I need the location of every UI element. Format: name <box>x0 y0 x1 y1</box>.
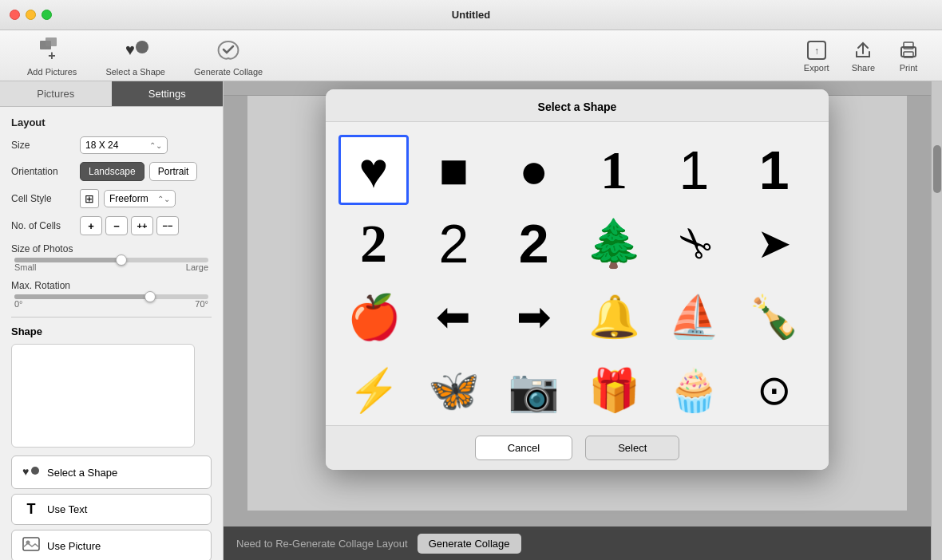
max-rotation-label: Max. Rotation <box>11 280 75 291</box>
main-layout: Pictures Settings Layout Size 18 X 24 ⌃⌄… <box>0 81 942 560</box>
export-icon: ↑ <box>805 39 828 61</box>
use-picture-button[interactable]: Use Picture <box>11 530 212 560</box>
stepper-group: + − ++ −− <box>80 216 179 235</box>
shape-cell-sailboat[interactable]: ⛵ <box>659 282 729 352</box>
size-select[interactable]: 18 X 24 ⌃⌄ <box>80 136 168 154</box>
shape-cell-cupcake[interactable]: 🧁 <box>659 355 729 425</box>
minimize-button[interactable] <box>26 10 36 20</box>
modal-header: Select a Shape <box>326 89 829 122</box>
export-button[interactable]: ↑ Export <box>794 39 839 73</box>
use-text-btn-icon: T <box>22 501 41 518</box>
shape-cell-bottle[interactable]: 🍾 <box>739 282 809 352</box>
shape-cell-lightning[interactable]: ⚡ <box>338 355 409 425</box>
rotation-slider-track[interactable] <box>14 294 208 299</box>
layout-title: Layout <box>11 116 212 128</box>
shape-title: Shape <box>11 325 212 337</box>
cells-increment-button[interactable]: + <box>80 216 102 235</box>
shape-icon-arrow-right: ➡ <box>517 293 552 341</box>
select-button[interactable]: Select <box>585 436 679 460</box>
size-large-label: Large <box>186 262 208 272</box>
shape-icon-apple-shape: 🍎 <box>347 292 401 342</box>
shape-cell-heart[interactable]: ♥ <box>338 135 409 205</box>
size-of-photos-row: Size of Photos Small Large <box>11 243 212 272</box>
cancel-button[interactable]: Cancel <box>475 436 572 460</box>
modal-overlay: Select a Shape ♥■●111222🌲✂➤🍎⬅➡🔔⛵🍾⚡🦋📷🎁🧁⊙ … <box>224 81 931 560</box>
shape-cell-one-thin[interactable]: 1 <box>659 135 729 205</box>
add-pictures-group[interactable]: + Add Pictures <box>13 35 91 77</box>
add-pictures-label: Add Pictures <box>27 67 77 77</box>
svg-rect-1 <box>46 37 57 46</box>
window-title: Untitled <box>452 9 490 21</box>
photos-slider-track[interactable] <box>14 258 208 262</box>
select-shape-button[interactable]: ♥ Select a Shape <box>11 455 212 489</box>
shape-icon-tree: 🌲 <box>585 216 643 270</box>
scrollbar-thumb[interactable] <box>933 145 941 193</box>
shape-cell-bell[interactable]: 🔔 <box>579 282 649 352</box>
shape-cell-circle[interactable]: ● <box>499 135 569 205</box>
cells-decrement-button[interactable]: − <box>105 216 128 235</box>
shape-cell-plane[interactable]: ➤ <box>739 208 809 278</box>
right-scrollbar[interactable] <box>931 81 942 560</box>
max-rotation-row: Max. Rotation 0° 70° <box>11 280 212 309</box>
size-chevron: ⌃⌄ <box>149 141 162 150</box>
tab-settings[interactable]: Settings <box>112 81 224 106</box>
portrait-button[interactable]: Portrait <box>149 162 198 181</box>
shape-icon-circle-outline: ⊙ <box>757 366 792 414</box>
cells-increment2-button[interactable]: ++ <box>131 216 153 235</box>
cell-style-chevron: ⌃⌄ <box>157 195 170 203</box>
print-icon <box>897 39 920 61</box>
orientation-row: Orientation Landscape Portrait <box>11 162 212 181</box>
svg-text:♥: ♥ <box>125 41 135 58</box>
shape-icon-two-bold: 2 <box>519 216 549 270</box>
shape-cell-butterfly[interactable]: 🦋 <box>418 355 489 425</box>
shape-icon-one-serif: 1 <box>600 143 627 197</box>
titlebar: Untitled <box>0 0 942 30</box>
photos-slider-thumb[interactable] <box>116 254 127 266</box>
use-picture-btn-icon <box>22 537 41 554</box>
shape-cell-two-serif[interactable]: 2 <box>338 208 409 278</box>
shapes-grid: ♥■●111222🌲✂➤🍎⬅➡🔔⛵🍾⚡🦋📷🎁🧁⊙ <box>338 135 816 425</box>
size-small-label: Small <box>14 262 37 272</box>
shape-cell-square[interactable]: ■ <box>418 135 489 205</box>
shape-cell-arrow-right[interactable]: ➡ <box>499 282 569 352</box>
rotation-max-label: 70° <box>195 299 208 309</box>
shape-cell-camera[interactable]: 📷 <box>499 355 569 425</box>
maximize-button[interactable] <box>42 10 52 20</box>
shape-cell-circle-outline[interactable]: ⊙ <box>739 355 809 425</box>
shape-cell-two-bold[interactable]: 2 <box>499 208 569 278</box>
shape-icon-square: ■ <box>439 142 469 199</box>
cell-style-value: Freeform <box>109 193 148 204</box>
sidebar-content: Layout Size 18 X 24 ⌃⌄ Orientation Lands… <box>0 107 223 560</box>
shape-icon-butterfly: 🦋 <box>428 366 480 415</box>
cell-style-select[interactable]: Freeform ⌃⌄ <box>104 190 176 207</box>
shape-cell-arrow-left[interactable]: ⬅ <box>418 282 489 352</box>
svg-point-4 <box>136 41 148 53</box>
toolbar: + Add Pictures ♥ Select a Shape Generate… <box>0 30 942 81</box>
generate-collage-group[interactable]: Generate Collage <box>180 35 277 77</box>
use-text-button[interactable]: T Use Text <box>11 494 212 525</box>
cells-decrement2-button[interactable]: −− <box>156 216 179 235</box>
select-shape-icon: ♥ <box>121 35 150 64</box>
close-button[interactable] <box>10 10 20 20</box>
rotation-slider-thumb[interactable] <box>144 291 156 302</box>
shape-cell-apple-shape[interactable]: 🍎 <box>338 282 409 352</box>
shape-cell-scissors-x[interactable]: ✂ <box>659 208 729 278</box>
content-area: Need to Re-Generate Collage Layout Gener… <box>224 81 931 560</box>
shape-icon-circle: ● <box>519 142 548 199</box>
share-button[interactable]: Share <box>842 39 885 73</box>
shape-cell-one-bold[interactable]: 1 <box>739 135 809 205</box>
svg-point-11 <box>31 467 39 475</box>
landscape-button[interactable]: Landscape <box>80 162 144 181</box>
size-value: 18 X 24 <box>85 140 118 151</box>
shape-cell-gift[interactable]: 🎁 <box>579 355 649 425</box>
size-row: Size 18 X 24 ⌃⌄ <box>11 136 212 154</box>
generate-collage-icon <box>214 35 243 64</box>
shape-icon-heart: ♥ <box>359 142 389 199</box>
shape-cell-one-serif[interactable]: 1 <box>579 135 649 205</box>
tab-pictures[interactable]: Pictures <box>0 81 112 106</box>
shape-cell-two-sans[interactable]: 2 <box>418 208 489 278</box>
shape-cell-tree[interactable]: 🌲 <box>579 208 649 278</box>
print-button[interactable]: Print <box>888 39 929 73</box>
select-shape-group[interactable]: ♥ Select a Shape <box>91 35 180 77</box>
share-icon <box>852 39 874 61</box>
